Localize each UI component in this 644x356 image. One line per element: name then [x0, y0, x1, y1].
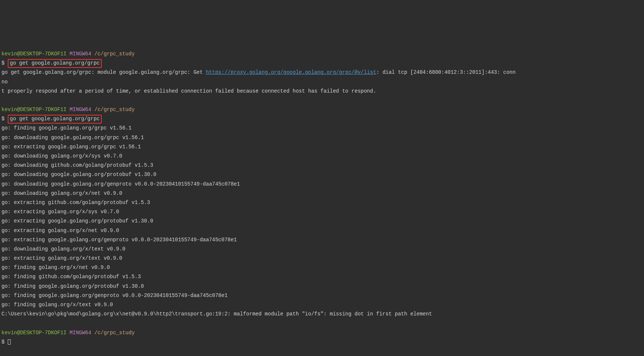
- command-1: go get google.golang.org/grpc: [8, 59, 102, 68]
- output-line: go: downloading golang.org/x/sys v0.7.0: [1, 153, 122, 159]
- output-line: go: extracting google.golang.org/protobu…: [1, 218, 153, 224]
- command-2: go get google.golang.org/grpc: [8, 115, 102, 124]
- output-line: C:\Users\kevin\go\pkg\mod\golang.org\x\n…: [1, 311, 432, 317]
- output-line: go: downloading golang.org/x/net v0.9.0: [1, 190, 122, 196]
- output-line: go: downloading golang.org/x/text v0.9.0: [1, 246, 125, 252]
- error-line2: no: [1, 79, 8, 85]
- error-line3: t properly respond after a period of tim…: [1, 88, 376, 94]
- output-line: go: downloading google.golang.org/grpc v…: [1, 135, 144, 141]
- cursor[interactable]: [8, 339, 11, 345]
- output-line: go: extracting golang.org/x/net v0.9.0: [1, 228, 119, 234]
- output-line: go: extracting golang.org/x/sys v0.7.0: [1, 209, 119, 215]
- output-line: go: finding google.golang.org/protobuf v…: [1, 283, 144, 289]
- output-line: go: extracting golang.org/x/text v0.9.0: [1, 255, 122, 261]
- output-line: go: extracting google.golang.org/genprot…: [1, 237, 237, 243]
- prompt-path: /c/grpc_study: [94, 107, 135, 113]
- error-url[interactable]: https://proxy.golang.org/google.golang.o…: [206, 69, 376, 75]
- prompt-user: kevin@DESKTOP-7DKOF1I: [1, 51, 66, 57]
- output-line: go: downloading google.golang.org/genpro…: [1, 181, 240, 187]
- output-line: go: downloading google.golang.org/protob…: [1, 172, 156, 177]
- output-line: go: finding golang.org/x/net v0.9.0: [1, 265, 110, 270]
- prompt-dollar: $: [1, 339, 4, 345]
- prompt-mingw: MINGW64: [70, 330, 91, 336]
- output-line: go: finding github.com/golang/protobuf v…: [1, 274, 141, 280]
- error-suffix1: : dial tcp [2404:6800:4012:3::2011]:443:…: [376, 69, 516, 75]
- output-line: go: finding google.golang.org/genproto v…: [1, 293, 227, 298]
- output-line: go: extracting google.golang.org/grpc v1…: [1, 144, 141, 150]
- prompt-user: kevin@DESKTOP-7DKOF1I: [1, 330, 66, 336]
- prompt-mingw: MINGW64: [70, 107, 91, 113]
- output-line: go: downloading github.com/golang/protob…: [1, 162, 153, 168]
- prompt-dollar: $: [1, 116, 4, 122]
- prompt-path: /c/grpc_study: [94, 51, 135, 57]
- output-line: go: extracting github.com/golang/protobu…: [1, 200, 150, 205]
- prompt-dollar: $: [1, 60, 4, 66]
- prompt-path: /c/grpc_study: [94, 330, 135, 336]
- prompt-mingw: MINGW64: [70, 51, 91, 57]
- error-prefix: go get google.golang.org/grpc: module go…: [1, 69, 206, 75]
- output-line: go: finding google.golang.org/grpc v1.56…: [1, 125, 132, 131]
- output-line: go: finding golang.org/x/text v0.9.0: [1, 302, 113, 308]
- prompt-user: kevin@DESKTOP-7DKOF1I: [1, 107, 66, 113]
- terminal-output[interactable]: kevin@DESKTOP-7DKOF1I MINGW64 /c/grpc_st…: [1, 40, 643, 347]
